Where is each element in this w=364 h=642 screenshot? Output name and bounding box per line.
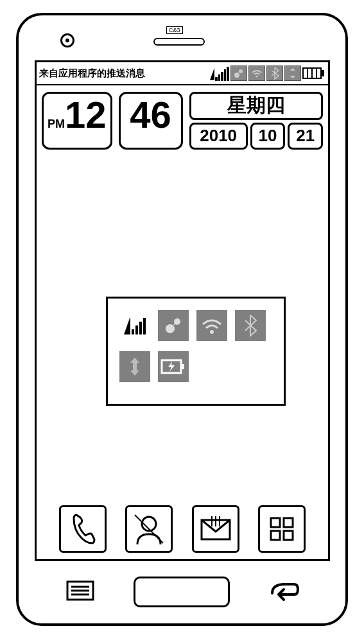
quick-toggle-panel[interactable] [106, 297, 286, 406]
battery-toggle[interactable] [158, 351, 189, 382]
hour-value: 12 [65, 96, 107, 134]
svg-marker-0 [210, 67, 214, 80]
gps-toggle[interactable] [158, 310, 189, 341]
svg-point-2 [239, 69, 243, 73]
svg-rect-10 [181, 364, 184, 369]
hardware-buttons [19, 577, 345, 607]
grid-icon [266, 513, 298, 545]
bluetooth-toggle[interactable] [235, 310, 266, 341]
svg-point-5 [166, 324, 175, 333]
apps-drawer[interactable] [258, 505, 306, 553]
battery-status-icon [302, 66, 325, 80]
hour-box: PM 12 [42, 92, 112, 150]
contact-icon [131, 511, 167, 547]
wifi-toggle[interactable] [196, 310, 227, 341]
dock-bar [37, 505, 328, 553]
menu-button[interactable] [62, 578, 98, 606]
earpiece-speaker [153, 38, 205, 46]
day-box: 21 [288, 123, 323, 150]
clock-widget[interactable]: PM 12 46 星期四 2010 10 21 [42, 92, 323, 150]
signal-toggle[interactable] [119, 310, 150, 341]
sync-toggle[interactable] [119, 351, 150, 382]
svg-rect-13 [271, 518, 280, 527]
ampm-label: PM [48, 117, 65, 131]
back-button[interactable] [266, 578, 302, 606]
svg-rect-15 [271, 531, 280, 540]
signal-icon [210, 65, 229, 81]
contacts-app[interactable] [125, 505, 173, 553]
svg-rect-14 [284, 518, 293, 527]
sync-status-icon [284, 65, 301, 81]
camera-icon [60, 33, 74, 48]
svg-point-1 [234, 73, 239, 78]
message-icon [198, 514, 234, 544]
screen[interactable]: 来自应用程序的推送消息 [35, 60, 330, 561]
bluetooth-status-icon [266, 65, 283, 81]
svg-point-7 [210, 330, 214, 334]
home-button[interactable] [134, 577, 230, 607]
minute-value: 46 [130, 96, 171, 134]
minute-box: 46 [119, 92, 183, 150]
month-box: 10 [250, 123, 286, 150]
status-icons [210, 65, 325, 81]
svg-rect-16 [284, 531, 293, 540]
gps-status-icon [230, 65, 247, 81]
phone-app[interactable] [59, 505, 107, 553]
messages-app[interactable] [192, 505, 239, 553]
svg-point-3 [256, 76, 258, 78]
weekday-box: 星期四 [189, 92, 323, 120]
phone-frame: C&3 来自应用程序的推送消息 [16, 13, 348, 626]
svg-rect-8 [133, 363, 137, 370]
phone-icon [67, 511, 98, 547]
wifi-status-icon [248, 65, 265, 81]
status-bar[interactable]: 来自应用程序的推送消息 [37, 62, 328, 85]
push-notification-text[interactable]: 来自应用程序的推送消息 [39, 67, 210, 80]
year-box: 2010 [189, 123, 248, 150]
svg-marker-4 [124, 317, 130, 334]
speaker-label: C&3 [166, 26, 183, 34]
